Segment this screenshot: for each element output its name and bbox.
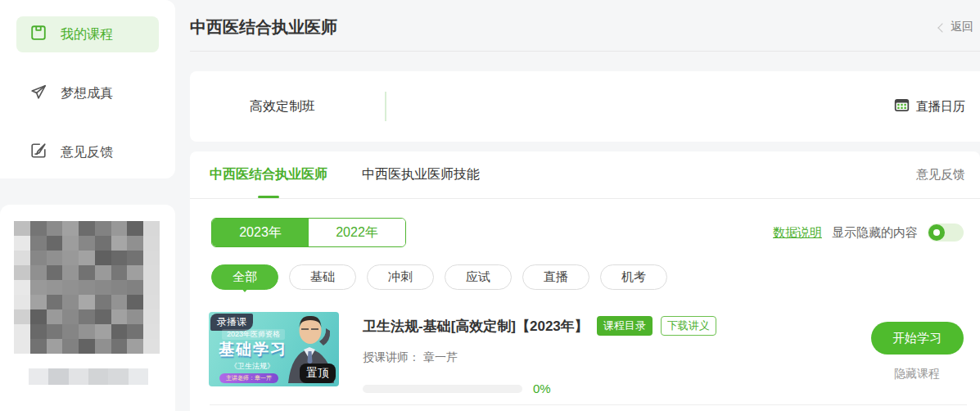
thumbnail-teacher-pill: 主讲老师：章一芹 xyxy=(219,373,278,383)
sidebar-item-feedback[interactable]: 意见反馈 xyxy=(16,134,159,170)
filter-pills-row: 全部 基础 冲刺 应试 直播 机考 xyxy=(211,264,964,290)
courses-icon xyxy=(29,24,47,45)
sidebar-item-dreams[interactable]: 梦想成真 xyxy=(16,75,159,111)
live-calendar-label: 直播日历 xyxy=(916,99,965,115)
data-note-link[interactable]: 数据说明 xyxy=(773,225,822,241)
calendar-icon xyxy=(894,98,910,115)
header-divider xyxy=(190,51,980,52)
main-content-card: 中西医结合执业医师 中西医执业医师技能 意见反馈 2023年 2022年 数据说… xyxy=(190,151,980,411)
start-learning-button[interactable]: 开始学习 xyxy=(871,322,964,355)
sidebar-item-my-courses[interactable]: 我的课程 xyxy=(16,16,159,52)
live-calendar-button[interactable]: 直播日历 xyxy=(894,98,965,115)
show-hidden-toggle[interactable] xyxy=(928,224,964,242)
tab-physician-skills[interactable]: 中西医执业医师技能 xyxy=(362,151,480,198)
filter-pill-all[interactable]: 全部 xyxy=(211,264,278,290)
sidebar: 我的课程 梦想成真 意见反馈 xyxy=(0,0,175,178)
show-hidden-label: 显示隐藏的内容 xyxy=(832,225,918,241)
controls-row: 2023年 2022年 数据说明 显示隐藏的内容 xyxy=(211,218,964,247)
chevron-left-icon xyxy=(937,23,946,32)
paper-plane-icon xyxy=(29,83,47,104)
thumbnail-title: 基础学习 xyxy=(219,339,287,360)
feedback-edit-icon xyxy=(29,142,47,163)
back-label: 返回 xyxy=(951,20,973,34)
class-banner-card: 高效定制班 直播日历 xyxy=(190,71,980,142)
tab-integrated-physician[interactable]: 中西医结合执业医师 xyxy=(210,151,327,198)
download-notes-badge[interactable]: 下载讲义 xyxy=(661,316,716,336)
sidebar-item-label: 我的课程 xyxy=(61,26,113,43)
pinned-badge: 置顶 xyxy=(300,364,336,383)
year-tab-2023[interactable]: 2023年 xyxy=(212,219,309,246)
hide-course-link[interactable]: 隐藏课程 xyxy=(894,367,940,382)
class-name[interactable]: 高效定制班 xyxy=(250,98,315,115)
qr-code-card xyxy=(0,205,175,411)
filter-pill-sprint[interactable]: 冲刺 xyxy=(367,264,434,290)
class-card-divider xyxy=(385,92,386,121)
toggle-knob xyxy=(928,224,945,241)
sidebar-item-label: 意见反馈 xyxy=(61,144,113,161)
tab-label: 中西医执业医师技能 xyxy=(362,166,480,183)
course-actions: 开始学习 隐藏课程 xyxy=(864,312,970,395)
filter-pill-live[interactable]: 直播 xyxy=(522,264,589,290)
course-info: 卫生法规-基础[高效定制]【2023年】 课程目录 下载讲义 授课讲师： 章一芹… xyxy=(339,312,864,395)
thumbnail-subject: 《卫生法规》 xyxy=(230,361,274,372)
course-thumbnail[interactable]: 录播课 2023年医师资格 基础学习 《卫生法规》 主讲老师：章一芹 置顶 xyxy=(209,312,339,386)
page-title: 中西医结合执业医师 xyxy=(190,16,337,38)
tab-label: 中西医结合执业医师 xyxy=(210,166,327,183)
feedback-link[interactable]: 意见反馈 xyxy=(916,167,965,183)
tabs-row: 中西医结合执业医师 中西医执业医师技能 意见反馈 xyxy=(190,151,980,199)
next-row-divider xyxy=(210,404,967,405)
filter-pill-basic[interactable]: 基础 xyxy=(289,264,356,290)
filter-pill-exam[interactable]: 应试 xyxy=(445,264,512,290)
course-title[interactable]: 卫生法规-基础[高效定制]【2023年】 xyxy=(363,317,589,336)
instructor-line: 授课讲师： 章一芹 xyxy=(363,350,864,365)
back-button[interactable]: 返回 xyxy=(939,20,973,34)
course-catalog-badge[interactable]: 课程目录 xyxy=(597,316,653,336)
qr-caption-pixelated xyxy=(29,368,148,385)
recorded-course-badge: 录播课 xyxy=(210,314,253,331)
year-tab-2022[interactable]: 2022年 xyxy=(309,219,405,246)
qr-code-pixelated-image xyxy=(14,221,160,354)
progress-row: 0% xyxy=(363,382,864,395)
progress-percent: 0% xyxy=(533,382,551,395)
course-row: 录播课 2023年医师资格 基础学习 《卫生法规》 主讲老师：章一芹 置顶 卫生… xyxy=(209,312,970,395)
year-toggle: 2023年 2022年 xyxy=(211,218,406,247)
filter-pill-computer[interactable]: 机考 xyxy=(600,264,667,290)
sidebar-item-label: 梦想成真 xyxy=(61,85,113,102)
progress-bar xyxy=(363,385,522,393)
